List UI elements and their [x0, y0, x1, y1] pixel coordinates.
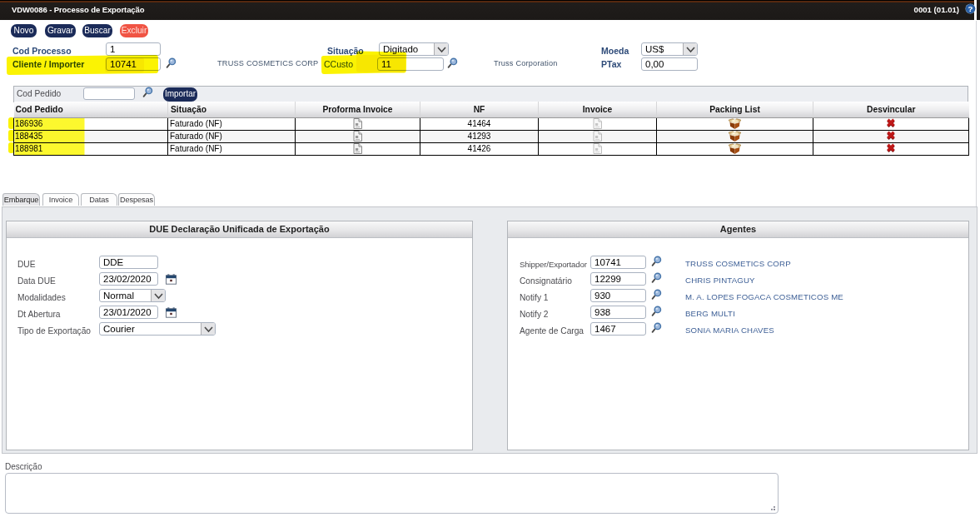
svg-text:?: ?: [968, 4, 973, 13]
